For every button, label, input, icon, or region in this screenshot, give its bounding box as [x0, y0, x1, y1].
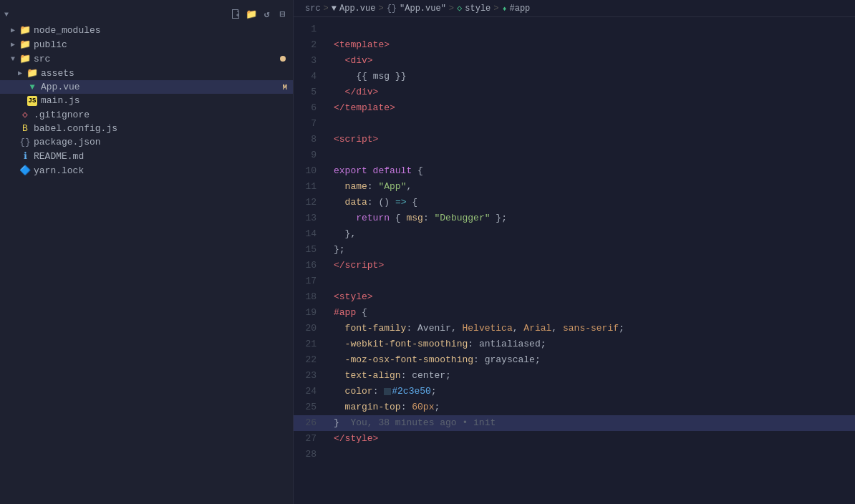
- tree-item-main-js[interactable]: JSmain.js: [0, 94, 293, 107]
- file-name-label: App.vue: [39, 82, 282, 92]
- breadcrumb-src: src: [305, 4, 321, 14]
- line-content: -moz-osx-font-smoothing: grayscale;: [328, 352, 855, 368]
- file-name-label: babel.config.js: [32, 123, 293, 134]
- tree-item-assets[interactable]: ▶📁assets: [0, 66, 293, 80]
- new-folder-icon[interactable]: 📁: [246, 9, 257, 20]
- line-number: 19: [294, 305, 328, 321]
- js-icon: JS: [27, 96, 37, 106]
- code-lines: 12<template>3 <div>4 {{ msg }}5 </div>6<…: [294, 21, 855, 462]
- code-line-10: 10export default {: [294, 163, 855, 179]
- svg-rect-3: [233, 18, 238, 19]
- project-header[interactable]: ▼ 📁 ↺ ⊟: [0, 6, 293, 23]
- code-line-16: 16</script>: [294, 258, 855, 273]
- code-line-11: 11 name: "App",: [294, 179, 855, 195]
- tree-item-package-json[interactable]: {}package.json: [0, 135, 293, 149]
- folder-arrow: ▶: [7, 26, 19, 34]
- line-content: font-family: Avenir, Helvetica, Arial, s…: [328, 321, 855, 336]
- breadcrumb-sep3: >: [449, 4, 454, 14]
- tree-item-yarn-lock[interactable]: 🔷yarn.lock: [0, 163, 293, 178]
- refresh-icon[interactable]: ↺: [261, 9, 273, 20]
- line-number: 11: [294, 179, 328, 195]
- folder-arrow: ▶: [7, 40, 19, 49]
- line-number: 3: [294, 53, 328, 69]
- line-number: 6: [294, 100, 328, 116]
- code-line-14: 14 },: [294, 226, 855, 242]
- file-type-icon: ▼: [26, 82, 39, 92]
- line-content: },: [328, 226, 855, 242]
- tree-item-src[interactable]: ▼📁src: [0, 52, 293, 66]
- breadcrumb-scope2: style: [465, 4, 491, 14]
- file-name-label: assets: [39, 68, 293, 79]
- line-number: 8: [294, 132, 328, 147]
- line-number: 5: [294, 84, 328, 100]
- line-number: 10: [294, 163, 328, 179]
- code-line-26: 26} You, 38 minutes ago • init: [294, 415, 855, 431]
- line-number: 25: [294, 399, 328, 415]
- tree-item-public[interactable]: ▶📁public: [0, 37, 293, 52]
- file-type-icon: 🔷: [19, 165, 32, 176]
- code-line-22: 22 -moz-osx-font-smoothing: grayscale;: [294, 352, 855, 368]
- line-number: 22: [294, 352, 328, 368]
- breadcrumb: src > ▼ App.vue > {} "App.vue" > ◇ style…: [294, 0, 855, 17]
- line-content: };: [328, 242, 855, 258]
- readme-icon: ℹ: [24, 150, 27, 162]
- modified-badge: M: [282, 83, 287, 92]
- breadcrumb-scope1: "App.vue": [400, 4, 446, 14]
- line-number: 2: [294, 37, 328, 53]
- line-content: data: () => {: [328, 195, 855, 210]
- code-line-23: 23 text-align: center;: [294, 368, 855, 384]
- modified-dot: [280, 56, 286, 62]
- folder-icon: 📁: [19, 53, 32, 64]
- line-number: 17: [294, 273, 328, 289]
- collapse-icon[interactable]: ⊟: [277, 9, 289, 20]
- line-content: </template>: [328, 100, 855, 116]
- line-number: 13: [294, 210, 328, 226]
- line-content: <div>: [328, 53, 855, 69]
- code-line-8: 8<script>: [294, 132, 855, 147]
- line-number: 20: [294, 321, 328, 336]
- line-number: 28: [294, 447, 328, 462]
- breadcrumb-style-icon: ◇: [457, 3, 462, 14]
- code-line-28: 28: [294, 447, 855, 462]
- line-content: #app {: [328, 305, 855, 321]
- line-content: text-align: center;: [328, 368, 855, 384]
- code-line-25: 25 margin-top: 60px;: [294, 399, 855, 415]
- breadcrumb-sep1: >: [324, 4, 329, 14]
- line-content: <template>: [328, 37, 855, 53]
- tree-item-readme-md[interactable]: ℹREADME.md: [0, 149, 293, 163]
- line-content: export default {: [328, 163, 855, 179]
- tree-item--gitignore[interactable]: ◇.gitignore: [0, 107, 293, 122]
- file-name-label: README.md: [32, 151, 293, 162]
- file-type-icon: {}: [19, 137, 32, 147]
- code-line-3: 3 <div>: [294, 53, 855, 69]
- code-line-21: 21 -webkit-font-smoothing: antialiased;: [294, 336, 855, 352]
- vue-icon: ▼: [29, 82, 34, 92]
- line-number: 26: [294, 415, 328, 431]
- tree-item-babel-config-js[interactable]: Bbabel.config.js: [0, 122, 293, 135]
- code-editor[interactable]: 12<template>3 <div>4 {{ msg }}5 </div>6<…: [294, 21, 855, 504]
- code-line-12: 12 data: () => {: [294, 195, 855, 210]
- file-name-label: .gitignore: [32, 110, 293, 120]
- line-number: 23: [294, 368, 328, 384]
- folder-icon: 📁: [19, 24, 32, 36]
- tree-item-app-vue[interactable]: ▼App.vueM: [0, 80, 293, 94]
- line-content: </div>: [328, 84, 855, 100]
- line-number: 18: [294, 289, 328, 305]
- line-content: {{ msg }}: [328, 69, 855, 84]
- line-content: -webkit-font-smoothing: antialiased;: [328, 336, 855, 352]
- breadcrumb-vue-icon: ▼: [332, 4, 337, 14]
- code-line-13: 13 return { msg: "Debugger" };: [294, 210, 855, 226]
- sidebar: ▼ 📁 ↺ ⊟ ▶📁node_modules▶📁public▼📁src▶📁ass…: [0, 0, 294, 504]
- breadcrumb-file: App.vue: [339, 4, 375, 14]
- code-line-1: 1: [294, 21, 855, 37]
- folder-icon: 📁: [26, 67, 39, 79]
- file-tree: ▶📁node_modules▶📁public▼📁src▶📁assets▼App.…: [0, 23, 293, 178]
- line-number: 4: [294, 69, 328, 84]
- file-type-icon: ◇: [19, 109, 32, 120]
- code-line-4: 4 {{ msg }}: [294, 69, 855, 84]
- tree-item-node-modules[interactable]: ▶📁node_modules: [0, 23, 293, 37]
- breadcrumb-scope1-icon: {}: [387, 4, 397, 14]
- new-file-icon[interactable]: [230, 9, 241, 20]
- file-name-label: package.json: [32, 137, 293, 147]
- code-line-6: 6</template>: [294, 100, 855, 116]
